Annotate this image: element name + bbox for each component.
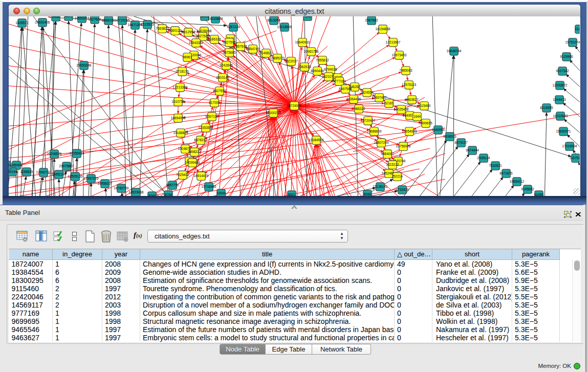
svg-text:75351: 75351 [9,163,11,167]
svg-text:8813054: 8813054 [267,18,280,22]
svg-text:19654923: 19654923 [402,129,417,133]
svg-text:7663822: 7663822 [156,27,169,30]
svg-text:9827506: 9827506 [223,40,236,44]
svg-text:2803144: 2803144 [216,76,229,79]
svg-text:10719185: 10719185 [115,18,130,22]
svg-text:15885270: 15885270 [270,56,285,60]
svg-text:17016504: 17016504 [562,144,577,148]
svg-text:9245652: 9245652 [521,187,534,191]
svg-text:16640910: 16640910 [295,40,310,44]
svg-text:2867608: 2867608 [234,45,247,48]
svg-text:9146: 9146 [304,16,312,18]
svg-text:16154838: 16154838 [376,27,390,31]
svg-text:15720407: 15720407 [361,119,376,122]
svg-text:817006: 817006 [209,101,220,104]
svg-text:62160: 62160 [384,101,394,105]
svg-text:39194: 39194 [9,170,17,173]
svg-text:6497568: 6497568 [339,87,352,91]
svg-text:12505135: 12505135 [68,174,83,178]
svg-text:1405571: 1405571 [15,21,29,25]
svg-text:10961758: 10961758 [304,50,319,53]
svg-text:7625402: 7625402 [176,173,189,177]
svg-text:8936: 8936 [364,192,372,196]
svg-text:12923468: 12923468 [129,190,144,194]
svg-text:10688609: 10688609 [367,129,382,133]
svg-text:7515525: 7515525 [141,23,154,26]
svg-text:7357224: 7357224 [227,25,240,29]
svg-text:8267110: 8267110 [206,115,219,118]
svg-text:10958107: 10958107 [98,182,113,185]
svg-text:1640954: 1640954 [431,128,445,132]
svg-text:8186328: 8186328 [208,37,221,41]
svg-text:15716485: 15716485 [202,185,216,188]
svg-text:4479: 4479 [65,16,73,18]
svg-text:8215955: 8215955 [540,106,553,110]
svg-text:14099489: 14099489 [185,161,200,164]
svg-text:8471676: 8471676 [499,171,513,175]
svg-text:1167533: 1167533 [570,156,580,160]
svg-text:12942737: 12942737 [36,170,51,174]
svg-text:8322037: 8322037 [285,59,298,63]
svg-text:9129966: 9129966 [560,55,573,58]
svg-text:10653267: 10653267 [75,16,90,20]
svg-text:8878332: 8878332 [194,138,207,142]
svg-text:1621072: 1621072 [322,75,335,78]
svg-text:3498222: 3498222 [188,150,201,154]
svg-text:7986322: 7986322 [352,107,365,111]
svg-text:3824554: 3824554 [360,91,374,94]
svg-text:9463627: 9463627 [405,98,419,101]
svg-text:935061: 935061 [11,163,22,167]
svg-text:16782759: 16782759 [114,186,129,190]
svg-text:1527602: 1527602 [88,17,101,21]
svg-text:9115460: 9115460 [418,104,431,107]
svg-text:11125: 11125 [575,27,580,31]
svg-text:8454749: 8454749 [246,47,259,51]
svg-text:16033809: 16033809 [208,17,223,20]
svg-text:1733426: 1733426 [396,188,409,191]
svg-text:6679197: 6679197 [454,141,468,144]
svg-text:9474444: 9474444 [466,148,479,152]
svg-text:10756928: 10756928 [396,144,411,148]
svg-text:15300273: 15300273 [266,111,281,115]
svg-text:16648784: 16648784 [447,49,462,53]
svg-text:8938923: 8938923 [443,135,456,138]
svg-text:12213967: 12213967 [386,40,401,44]
svg-text:2935114: 2935114 [477,156,490,160]
svg-text:16543382: 16543382 [189,41,204,45]
svg-text:17957225: 17957225 [84,177,99,180]
svg-text:2718176: 2718176 [176,70,189,73]
svg-text:10973493: 10973493 [392,53,407,57]
svg-text:15751074: 15751074 [565,40,580,44]
svg-text:7485063: 7485063 [399,69,412,72]
svg-text:9936: 9936 [52,16,60,18]
svg-text:7632621: 7632621 [489,164,502,167]
svg-text:7955812: 7955812 [316,58,329,62]
svg-text:15692971: 15692971 [556,129,571,133]
svg-text:6794028: 6794028 [324,68,337,71]
svg-text:9242845: 9242845 [220,63,233,67]
svg-text:9457791: 9457791 [166,183,179,187]
svg-text:9884067: 9884067 [381,152,394,156]
svg-text:19654955: 19654955 [171,116,186,120]
svg-text:10654112: 10654112 [510,180,525,183]
svg-text:8912954: 8912954 [182,30,195,34]
svg-text:252214: 252214 [391,174,403,178]
svg-text:18807249: 18807249 [374,141,389,144]
svg-text:98961: 98961 [183,55,192,59]
svg-text:12975115: 12975115 [402,83,417,86]
svg-text:1244413: 1244413 [553,98,566,101]
svg-text:20206576: 20206576 [47,152,62,156]
svg-text:8427552: 8427552 [213,89,226,93]
svg-text:19218506: 19218506 [277,25,292,29]
svg-text:20691406: 20691406 [35,20,50,24]
svg-text:11451194: 11451194 [52,172,66,176]
svg-text:1362615: 1362615 [298,65,311,69]
svg-text:10044: 10044 [216,191,226,195]
svg-text:1644: 1644 [413,115,421,118]
svg-text:12093872: 12093872 [553,83,568,87]
svg-text:16210643: 16210643 [553,114,568,118]
svg-text:29975867: 29975867 [59,164,74,168]
svg-text:9227342: 9227342 [556,69,569,73]
svg-text:16914479: 16914479 [194,174,209,178]
svg-text:20364436: 20364436 [346,97,361,101]
